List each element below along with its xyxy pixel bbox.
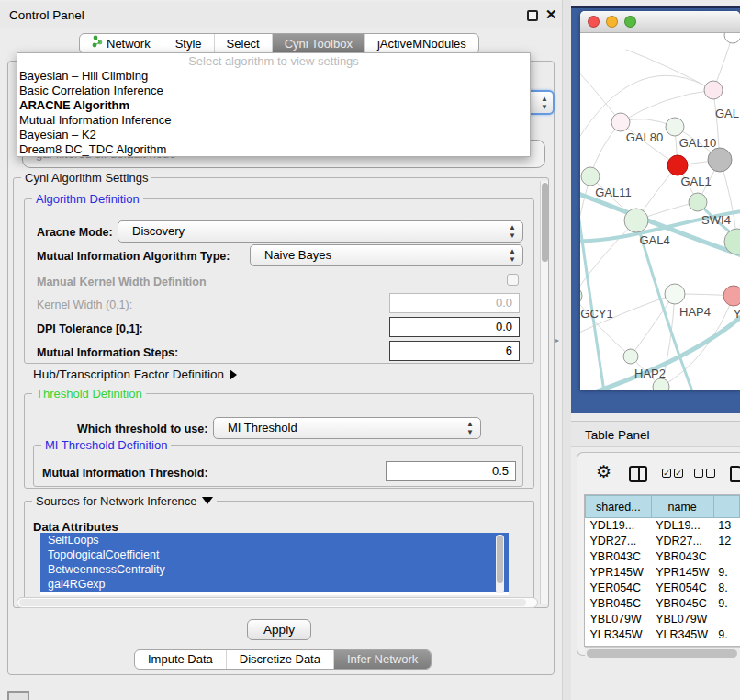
mi-type-combobox[interactable]: Naive Bayes ▲▼ — [250, 244, 523, 266]
tab-impute-data[interactable]: Impute Data — [135, 650, 226, 669]
apply-button[interactable]: Apply — [247, 619, 311, 640]
node-gal1-red[interactable] — [667, 155, 688, 175]
algorithm-option-bayesian-k2[interactable]: Bayesian – K2 — [17, 128, 530, 142]
network-canvas[interactable]: GALGAL80GAL10GAL1GAL11SWI4GAL4GCY1HAP4YH… — [580, 33, 740, 390]
stepper-arrows-icon: ▲▼ — [508, 223, 517, 240]
scrollbar-thumb — [542, 183, 548, 262]
node-gal11[interactable] — [581, 167, 600, 186]
data-attributes-list[interactable]: SelfLoopsTopologicalCoefficientBetweenne… — [40, 533, 509, 595]
algorithm-option-mutual-information-inference[interactable]: Mutual Information Inference — [17, 113, 530, 128]
close-icon[interactable]: ✕ — [545, 6, 557, 23]
table-row[interactable]: YLR345WYLR345W9. — [586, 627, 740, 643]
kernel-width-field[interactable]: 0.0 — [389, 293, 520, 313]
algorithm-option-dream8-dc-tdc-algorithm[interactable]: Dream8 DC_TDC Algorithm — [17, 142, 530, 157]
mi-threshold-field[interactable]: 0.5 — [386, 461, 516, 481]
checked-box-icon: ✓ — [674, 469, 683, 478]
tab-network[interactable]: Network — [80, 34, 163, 53]
node-gal4[interactable] — [624, 209, 648, 232]
close-traffic-light-icon[interactable] — [588, 16, 600, 28]
mi-threshold-label: Mutual Information Threshold: — [42, 467, 208, 480]
network-edge[interactable] — [626, 50, 713, 90]
node-swi4[interactable] — [689, 193, 707, 211]
tab-label: Cyni Toolbox — [285, 34, 353, 53]
table-header-row[interactable]: shared...name — [586, 496, 740, 518]
scrollbar-thumb — [587, 649, 737, 658]
node-top[interactable] — [724, 33, 740, 43]
float-window-icon[interactable] — [527, 10, 538, 21]
node-salmon[interactable] — [723, 286, 740, 306]
column-layout-icon[interactable] — [629, 466, 647, 482]
algorithm-option-basic-correlation-inference[interactable]: Basic Correlation Inference — [17, 84, 530, 98]
column-header-name[interactable]: name — [651, 496, 713, 518]
network-icon — [92, 34, 103, 53]
tab-label: Style — [175, 34, 202, 53]
sources-title[interactable]: Sources for Network Inference — [32, 494, 217, 508]
node-gcy1-label: GCY1 — [580, 307, 612, 321]
table-row[interactable]: YER054CYER054C8. — [586, 581, 740, 596]
mi-steps-field[interactable]: 6 — [389, 341, 520, 361]
table-row[interactable]: YDR27...YDR27...12 — [586, 534, 740, 549]
deselect-all-columns-icon[interactable] — [694, 469, 715, 478]
aracne-mode-combobox[interactable]: Discovery ▲▼ — [118, 220, 523, 243]
table-cell: 12 — [713, 534, 739, 549]
zoom-traffic-light-icon[interactable] — [624, 16, 636, 28]
dpi-tolerance-field[interactable]: 0.0 — [389, 317, 520, 337]
kernel-width-label: Kernel Width (0,1): — [37, 299, 132, 311]
node-hap4-label: HAP4 — [679, 305, 711, 319]
gear-icon[interactable]: ⚙ — [596, 461, 611, 482]
table-cell: YBR045C — [586, 596, 652, 612]
table-panel-header: Table Panel — [571, 421, 740, 447]
stepper-arrows-icon: ▲▼ — [508, 247, 517, 264]
algorithm-option-aracne-algorithm[interactable]: ARACNE Algorithm — [17, 98, 530, 113]
node-gal-right[interactable] — [704, 81, 723, 99]
table-cell: 9. — [713, 627, 739, 643]
algorithm-option-bayesian-hill-climbing[interactable]: Bayesian – Hill Climbing — [17, 69, 530, 84]
tab-jactivemnodules[interactable]: jActiveMNodules — [364, 34, 478, 53]
column-header-extra[interactable] — [713, 496, 739, 518]
node-gray[interactable] — [708, 148, 732, 172]
hub-definition-expander[interactable]: Hub/Transcription Factor Definition — [33, 367, 237, 381]
table-body[interactable]: YDL19...YDL19...13YDR27...YDR27...12YBR0… — [586, 518, 740, 648]
table-cell: YBR045C — [651, 596, 713, 612]
node-hap4[interactable] — [665, 284, 685, 304]
node-gal80[interactable] — [611, 113, 630, 131]
splitter-handle[interactable]: ▸ — [555, 336, 562, 344]
minimize-traffic-light-icon[interactable] — [606, 16, 618, 28]
table-cell: 9. — [713, 565, 739, 581]
dock-grip-icon[interactable] — [7, 691, 29, 700]
network-edge[interactable] — [580, 296, 631, 356]
node-hap2[interactable] — [623, 349, 638, 364]
attributes-scrollbar[interactable] — [496, 535, 504, 593]
attribute-item-gal4rgexp[interactable]: gal4RGexp — [40, 577, 509, 592]
tab-discretize-data[interactable]: Discretize Data — [226, 650, 333, 669]
attribute-item-selfloops[interactable]: SelfLoops — [40, 533, 509, 548]
document-icon[interactable] — [730, 466, 740, 482]
settings-horizontal-scrollbar[interactable] — [17, 597, 538, 608]
column-header-shared...[interactable]: shared... — [586, 496, 652, 518]
node-gal10[interactable] — [666, 118, 684, 136]
stepper-arrows-icon: ▲▼ — [465, 420, 475, 436]
select-all-columns-icon[interactable]: ✓ ✓ — [662, 469, 683, 478]
which-threshold-combobox[interactable]: MI Threshold ▲▼ — [213, 417, 481, 439]
node-table[interactable]: shared...name YDL19...YDL19...13YDR27...… — [584, 494, 740, 647]
attribute-item-topologicalcoefficient[interactable]: TopologicalCoefficient — [40, 548, 509, 562]
attribute-item-betweennesscentrality[interactable]: BetweennessCentrality — [40, 562, 509, 577]
tab-cyni-toolbox[interactable]: Cyni Toolbox — [272, 34, 364, 53]
algorithm-dropdown-popup: Select algorithm to view settings Bayesi… — [17, 52, 531, 157]
tab-select[interactable]: Select — [214, 34, 272, 53]
manual-kernel-checkbox[interactable] — [507, 274, 519, 286]
node-gcy1[interactable] — [580, 287, 582, 305]
table-row[interactable]: YBR043CYBR043C — [586, 549, 740, 565]
table-cell: 13 — [713, 518, 739, 534]
table-row[interactable]: YBR045CYBR045C9. — [586, 596, 740, 612]
network-edge[interactable] — [621, 90, 713, 122]
tab-infer-network[interactable]: Infer Network — [333, 650, 431, 669]
table-row[interactable]: YDL19...YDL19...13 — [586, 518, 740, 534]
panel-divider[interactable] — [562, 0, 571, 700]
tab-style[interactable]: Style — [163, 34, 214, 53]
aracne-mode-label: Aracne Mode: — [37, 226, 113, 239]
table-row[interactable]: YBL079WYBL079W — [586, 612, 740, 627]
table-horizontal-scrollbar[interactable] — [585, 647, 740, 659]
table-row[interactable]: YPR145WYPR145W9. — [586, 565, 740, 581]
settings-vertical-scrollbar[interactable] — [540, 181, 548, 604]
